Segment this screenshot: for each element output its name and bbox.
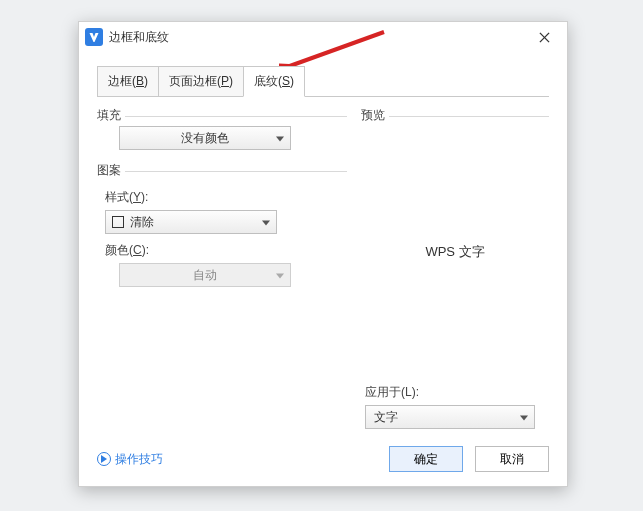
- tips-text: 操作技巧: [115, 451, 163, 468]
- apply-to-dropdown[interactable]: 文字: [365, 405, 535, 429]
- dialog: 边框和底纹 边框(B) 页面边框(P) 底纹(S) 填充 没有颜色: [78, 21, 568, 487]
- clear-style-icon: [112, 216, 124, 228]
- chevron-down-icon: [520, 410, 528, 424]
- ok-button[interactable]: 确定: [389, 446, 463, 472]
- right-column: 预览 WPS 文字 应用于(L): 文字: [361, 107, 549, 429]
- app-icon: [85, 28, 103, 46]
- fill-color-value: 没有颜色: [181, 130, 229, 147]
- fill-color-dropdown[interactable]: 没有颜色: [119, 126, 291, 150]
- tab-page-border[interactable]: 页面边框(P): [158, 66, 244, 97]
- chevron-down-icon: [262, 215, 270, 229]
- pattern-group: 图案 样式(Y): 清除 颜色(C): 自动: [97, 162, 347, 287]
- tabstrip: 边框(B) 页面边框(P) 底纹(S): [79, 53, 567, 96]
- content: 填充 没有颜色 图案 样式(Y):: [79, 97, 567, 435]
- preview-box: WPS 文字: [361, 126, 549, 378]
- chevron-down-icon: [276, 268, 284, 282]
- color-dropdown: 自动: [119, 263, 291, 287]
- fill-group-label: 填充: [97, 107, 121, 126]
- color-value: 自动: [193, 267, 217, 284]
- chevron-down-icon: [276, 131, 284, 145]
- buttons: 确定 取消: [389, 446, 549, 472]
- style-value: 清除: [130, 214, 154, 231]
- color-label: 颜色(C):: [105, 242, 347, 259]
- tab-border[interactable]: 边框(B): [97, 66, 159, 97]
- apply-to-label: 应用于(L):: [365, 384, 549, 401]
- close-icon: [539, 32, 550, 43]
- tips-link[interactable]: 操作技巧: [97, 451, 163, 468]
- footer: 操作技巧 确定 取消: [79, 435, 567, 486]
- style-dropdown[interactable]: 清除: [105, 210, 277, 234]
- dialog-title: 边框和底纹: [109, 29, 169, 46]
- pattern-group-label: 图案: [97, 162, 121, 181]
- apply-to-value: 文字: [374, 409, 398, 426]
- tab-shading[interactable]: 底纹(S): [243, 66, 305, 97]
- fill-group: 填充 没有颜色: [97, 107, 347, 150]
- style-label: 样式(Y):: [105, 189, 347, 206]
- preview-sample-text: WPS 文字: [425, 243, 484, 261]
- cancel-button[interactable]: 取消: [475, 446, 549, 472]
- titlebar: 边框和底纹: [79, 22, 567, 53]
- preview-label: 预览: [361, 107, 385, 126]
- play-circle-icon: [97, 452, 111, 466]
- left-column: 填充 没有颜色 图案 样式(Y):: [97, 107, 347, 429]
- close-button[interactable]: [527, 26, 561, 48]
